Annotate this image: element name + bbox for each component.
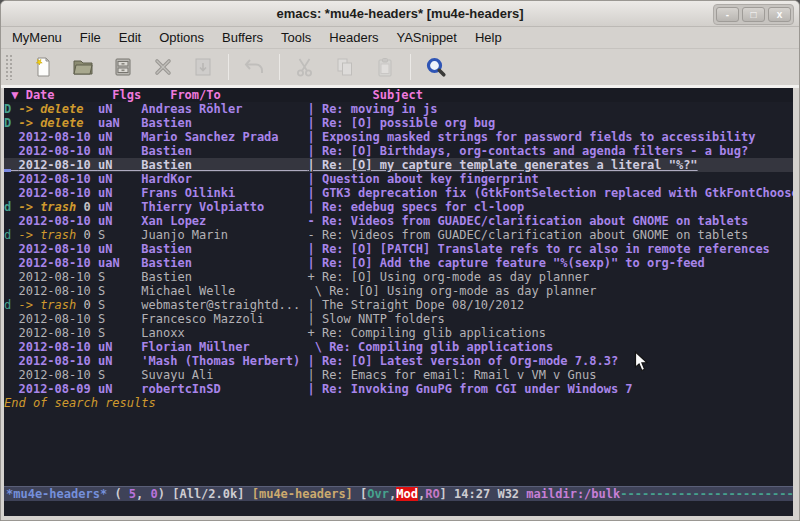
toolbar-separator bbox=[410, 54, 411, 80]
search-icon[interactable] bbox=[421, 52, 451, 82]
modeline-segment: 0 bbox=[151, 487, 158, 501]
column-headers[interactable]: ▼ Date Flgs From/To Subject bbox=[4, 88, 793, 102]
message-row[interactable]: 2012-08-10 uN 'Mash (Thomas Herbert) | R… bbox=[4, 354, 793, 368]
titlebar: emacs: *mu4e-headers* [mu4e-headers] -□x bbox=[1, 1, 799, 27]
menu-buffers[interactable]: Buffers bbox=[213, 28, 272, 47]
modeline-segment: Ovr bbox=[367, 487, 389, 501]
message-row[interactable]: 2012-08-10 uN Bastien | Re: [O] Birthday… bbox=[4, 144, 793, 158]
message-row[interactable]: 2012-08-10 uN HardKor | Question about k… bbox=[4, 172, 793, 186]
message-row[interactable]: d -> trash 0 S webmaster@straightd... | … bbox=[4, 298, 793, 312]
message-row[interactable]: 2012-08-10 uN Bastien | Re: [O] [PATCH] … bbox=[4, 242, 793, 256]
message-row[interactable]: 2012-08-10 uN Florian Müllner \ Re: Comp… bbox=[4, 340, 793, 354]
close-buffer-icon[interactable] bbox=[148, 52, 178, 82]
modeline-segment: [ bbox=[353, 487, 367, 501]
new-file-icon[interactable] bbox=[28, 52, 58, 82]
message-row[interactable]: 2012-08-09 uN robertcInSD | Re: Invoking… bbox=[4, 382, 793, 396]
mu4e-headers-buffer: ▼ Date Flgs From/To Subject D -> delete … bbox=[4, 88, 793, 516]
modeline-segment: ) bbox=[158, 487, 172, 501]
message-row[interactable]: d -> trash 0 S Juanjo Marin - Re: Videos… bbox=[4, 228, 793, 242]
message-row[interactable]: 2012-08-10 uN Frans Oilinki | GTK3 depre… bbox=[4, 186, 793, 200]
undo-icon bbox=[239, 52, 269, 82]
message-rows: D -> delete uN Andreas Röhler | Re: movi… bbox=[4, 102, 793, 396]
modeline-segment: *mu4e-headers* bbox=[6, 487, 107, 501]
dired-icon[interactable] bbox=[108, 52, 138, 82]
menu-tools[interactable]: Tools bbox=[272, 28, 320, 47]
message-row[interactable]: d -> trash 0 uN Thierry Volpiatto | Re: … bbox=[4, 200, 793, 214]
end-of-search-results: End of search results bbox=[4, 396, 793, 410]
message-row[interactable]: D -> delete uN Andreas Röhler | Re: movi… bbox=[4, 102, 793, 116]
emacs-window: emacs: *mu4e-headers* [mu4e-headers] -□x… bbox=[0, 0, 800, 521]
menu-mymenu[interactable]: MyMenu bbox=[3, 28, 71, 47]
message-row[interactable]: 2012-08-10 uN Bastien | Re: [O] my captu… bbox=[4, 158, 793, 172]
menu-yasnippet[interactable]: YASnippet bbox=[387, 28, 465, 47]
modeline-segment: maildir:/bulk bbox=[526, 487, 620, 501]
toolbar-separator bbox=[279, 54, 280, 80]
cut-icon bbox=[290, 52, 320, 82]
message-row[interactable]: 2012-08-10 uaN Bastien | Re: [O] Add the… bbox=[4, 256, 793, 270]
modeline-segment: Mod bbox=[396, 487, 418, 501]
mouse-cursor-icon bbox=[634, 351, 651, 373]
message-row[interactable]: 2012-08-10 S Bastien + Re: [O] Using org… bbox=[4, 270, 793, 284]
save-icon bbox=[188, 52, 218, 82]
menu-file[interactable]: File bbox=[71, 28, 110, 47]
menu-edit[interactable]: Edit bbox=[110, 28, 150, 47]
message-row[interactable]: 2012-08-10 S Suvayu Ali | Re: Emacs for … bbox=[4, 368, 793, 382]
menu-bar: MyMenuFileEditOptionsBuffersToolsHeaders… bbox=[1, 27, 799, 49]
menu-help[interactable]: Help bbox=[466, 28, 511, 47]
message-row[interactable]: 2012-08-10 uN Xan Lopez - Re: Videos fro… bbox=[4, 214, 793, 228]
window-title: emacs: *mu4e-headers* [mu4e-headers] bbox=[276, 6, 523, 21]
window-controls: -□x bbox=[713, 4, 794, 25]
maximize-button[interactable]: □ bbox=[742, 7, 765, 22]
open-file-icon[interactable] bbox=[68, 52, 98, 82]
modeline-segment: 5 bbox=[129, 487, 136, 501]
modeline-segment: RO bbox=[425, 487, 439, 501]
minimize-button[interactable]: - bbox=[716, 7, 739, 22]
modeline-segment: ---------------------------------- bbox=[620, 487, 793, 501]
toolbar-grip-handle[interactable] bbox=[5, 54, 14, 80]
message-row[interactable]: 2012-08-10 S Lanoxx + Re: Compiling glib… bbox=[4, 326, 793, 340]
modeline-segment: ] bbox=[440, 487, 454, 501]
modeline-segment: 14:27 W32 bbox=[454, 487, 526, 501]
headers-list: ▼ Date Flgs From/To Subject D -> delete … bbox=[4, 88, 793, 486]
menu-options[interactable]: Options bbox=[150, 28, 213, 47]
mode-line: *mu4e-headers* ( 5, 0) [All/2.0k] [mu4e-… bbox=[4, 486, 793, 501]
paste-icon bbox=[370, 52, 400, 82]
toolbar-separator bbox=[228, 54, 229, 80]
modeline-segment: [All/2.0k] bbox=[172, 487, 251, 501]
message-row[interactable]: 2012-08-10 uN Mario Sanchez Prada | Expo… bbox=[4, 130, 793, 144]
copy-icon bbox=[330, 52, 360, 82]
message-row[interactable]: 2012-08-10 S Francesco Mazzoli | Slow NN… bbox=[4, 312, 793, 326]
toolbar bbox=[1, 49, 799, 85]
message-row[interactable]: D -> delete uaN Bastien | Re: [O] possib… bbox=[4, 116, 793, 130]
modeline-segment: , bbox=[136, 487, 150, 501]
echo-area[interactable] bbox=[4, 501, 793, 516]
modeline-segment: [mu4e-headers] bbox=[252, 487, 353, 501]
close-button[interactable]: x bbox=[768, 7, 791, 22]
modeline-segment: ( bbox=[107, 487, 129, 501]
message-row[interactable]: 2012-08-10 S Michael Welle \ Re: [O] Usi… bbox=[4, 284, 793, 298]
menu-headers[interactable]: Headers bbox=[320, 28, 387, 47]
